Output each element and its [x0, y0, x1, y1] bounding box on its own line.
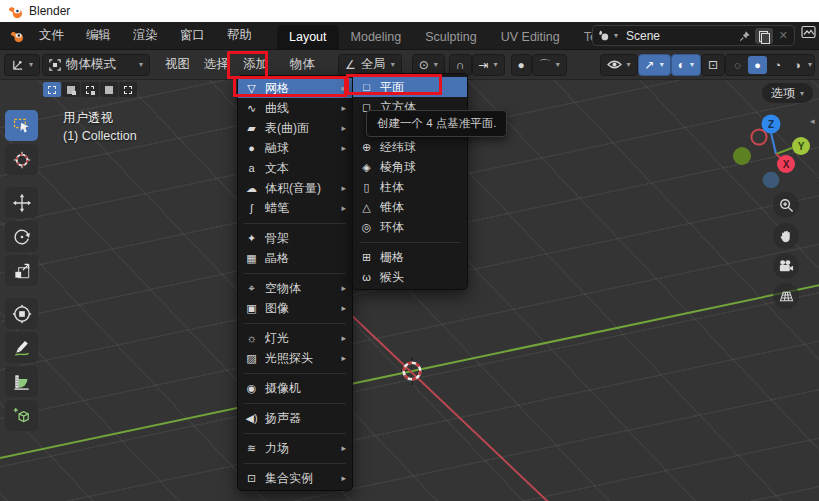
add-menu-item-label: 灯光 — [265, 330, 289, 347]
tool-scale[interactable] — [5, 255, 38, 286]
add-menu-item-light-probe[interactable]: ▨光照探头▸ — [238, 348, 352, 368]
add-menu-item-mesh[interactable]: ▽网格▸ — [238, 78, 352, 98]
mesh-submenu-item-cone[interactable]: △锥体 — [353, 197, 467, 217]
proportional-editing-toggle[interactable]: ● — [511, 54, 532, 76]
shading-material-button[interactable]: ◔ — [768, 56, 787, 74]
shading-rendered-button[interactable]: ◑ — [788, 56, 807, 74]
add-menu-item-empty[interactable]: ⌖空物体▸ — [238, 278, 352, 298]
visibility-dropdown[interactable]: ▾ — [600, 54, 638, 76]
chevron-down-icon: ▾ — [494, 60, 498, 69]
add-menu-item-armature[interactable]: ✦骨架 — [238, 228, 352, 248]
navigation-gizmo[interactable]: Z Y X — [731, 104, 813, 194]
cone-icon: △ — [359, 201, 374, 214]
view-layer-selector[interactable]: ▾ — [801, 25, 819, 39]
add-menu-item-volume[interactable]: ☁体积(音量)▸ — [238, 178, 352, 198]
mesh-submenu-item-uv-sphere[interactable]: ⊕经纬球 — [353, 137, 467, 157]
orientation-icon: ∠ — [345, 59, 356, 71]
select-mode-subtract[interactable] — [81, 82, 99, 97]
add-menu-item-text[interactable]: a文本 — [238, 158, 352, 178]
surface-icon: ▰ — [244, 122, 259, 135]
mesh-submenu-item-torus[interactable]: ◎环体 — [353, 217, 467, 237]
tool-select-box[interactable] — [5, 110, 38, 141]
help-menu[interactable]: 帮助 — [216, 27, 263, 44]
add-menu-item-light[interactable]: ☼灯光▸ — [238, 328, 352, 348]
toggle-perspective-button[interactable] — [773, 283, 799, 309]
select-mode-extend[interactable] — [62, 82, 80, 97]
scene-browse-icon[interactable] — [597, 29, 610, 42]
workspace-tab-modeling[interactable]: Modeling — [339, 25, 414, 50]
add-menu-item-label: 融球 — [265, 140, 289, 157]
camera-view-button[interactable] — [773, 253, 799, 279]
select-menu[interactable]: 选择 — [197, 56, 236, 73]
pan-hand-button[interactable] — [773, 223, 799, 249]
sidebar-toggle-icon[interactable]: ◂ — [810, 116, 815, 126]
mesh-submenu-item-ico-sphere[interactable]: ◈棱角球 — [353, 157, 467, 177]
file-menu[interactable]: 文件 — [28, 27, 75, 44]
shading-solid-button[interactable]: ● — [748, 56, 767, 74]
pin-icon[interactable] — [739, 30, 751, 42]
snap-target-select[interactable]: ⇥ ▾ — [472, 54, 505, 76]
add-menu-item-lattice[interactable]: ▦晶格 — [238, 248, 352, 268]
add-menu-item-grease-pencil[interactable]: ʃ蜡笔▸ — [238, 198, 352, 218]
monkey-icon: ω — [359, 271, 374, 283]
editor-type-button[interactable]: ▾ — [4, 54, 40, 76]
add-menu-item-curve[interactable]: ∿曲线▸ — [238, 98, 352, 118]
blender-menu-icon[interactable] — [6, 29, 28, 43]
blender-logo-icon — [8, 4, 23, 19]
mesh-submenu-sep — [353, 237, 467, 247]
add-menu-item-label: 骨架 — [265, 230, 289, 247]
tool-rotate[interactable] — [5, 221, 38, 252]
scene-selector[interactable]: ▾ Scene ✕ — [592, 25, 795, 46]
add-menu-item-label: 晶格 — [265, 250, 289, 267]
mode-select[interactable]: 物体模式 ▾ — [42, 54, 150, 76]
add-menu-item-speaker[interactable]: ◀)扬声器 — [238, 408, 352, 428]
curve-icon: ∿ — [244, 102, 259, 115]
unlink-scene-button[interactable]: ✕ — [777, 29, 790, 42]
shading-wireframe-button[interactable]: ◌ — [728, 56, 747, 74]
workspace-tab-uv-editing[interactable]: UV Editing — [489, 25, 572, 50]
window-menu[interactable]: 窗口 — [169, 27, 216, 44]
select-mode-invert[interactable] — [100, 82, 118, 97]
chevron-down-icon[interactable]: ▾ — [614, 31, 618, 40]
zoom-button[interactable] — [773, 192, 799, 218]
view-menu[interactable]: 视图 — [158, 56, 197, 73]
falloff-select[interactable]: ⌒ ▾ — [532, 54, 567, 76]
select-mode-new[interactable] — [43, 82, 61, 97]
mesh-submenu-item-monkey[interactable]: ω猴头 — [353, 267, 467, 287]
tool-measure[interactable] — [5, 366, 38, 397]
mesh-submenu-item-grid[interactable]: ⊞栅格 — [353, 247, 467, 267]
tool-transform[interactable] — [5, 298, 38, 329]
xray-toggle[interactable]: ⊡ — [701, 54, 725, 76]
scene-name[interactable]: Scene — [622, 29, 735, 43]
options-dropdown[interactable]: 选项 ▾ — [762, 83, 813, 103]
add-menu-item-metaball[interactable]: ●融球▸ — [238, 138, 352, 158]
add-menu-item-surface[interactable]: ▰表(曲)面▸ — [238, 118, 352, 138]
tool-add-cube[interactable] — [5, 400, 38, 431]
mesh-submenu-item-cylinder[interactable]: ▯柱体 — [353, 177, 467, 197]
gizmos-toggle[interactable]: ↗ ▾ — [638, 54, 671, 76]
metaball-icon: ● — [244, 142, 259, 154]
chevron-down-icon[interactable]: ▾ — [808, 60, 812, 69]
object-menu[interactable]: 物体 — [283, 56, 322, 73]
overlays-toggle[interactable]: ◐ ▾ — [671, 54, 701, 76]
tool-move[interactable] — [5, 187, 38, 218]
mesh-submenu-item-plane[interactable]: □平面 — [353, 77, 467, 97]
render-menu[interactable]: 渲染 — [122, 27, 169, 44]
add-menu-button[interactable]: 添加 — [236, 56, 275, 73]
select-mode-intersect[interactable] — [119, 82, 137, 97]
tool-cursor[interactable] — [5, 144, 38, 175]
add-menu-item-image[interactable]: ▣图像▸ — [238, 298, 352, 318]
grid-icon: ⊞ — [359, 251, 374, 264]
chevron-down-icon: ▾ — [434, 60, 438, 69]
add-menu-item-collection-instance[interactable]: ⊡集合实例▸ — [238, 468, 352, 488]
add-menu-item-camera[interactable]: ◉摄像机 — [238, 378, 352, 398]
cylinder-icon: ▯ — [359, 181, 374, 194]
edit-menu[interactable]: 编辑 — [75, 27, 122, 44]
add-menu-item-force-field[interactable]: ≋力场▸ — [238, 438, 352, 458]
tool-annotate[interactable] — [5, 332, 38, 363]
workspace-tab-sculpting[interactable]: Sculpting — [413, 25, 488, 50]
armature-icon: ✦ — [244, 232, 259, 245]
add-menu-item-label: 蜡笔 — [265, 200, 289, 217]
new-scene-button[interactable] — [755, 28, 773, 44]
workspace-tab-layout[interactable]: Layout — [277, 25, 339, 50]
